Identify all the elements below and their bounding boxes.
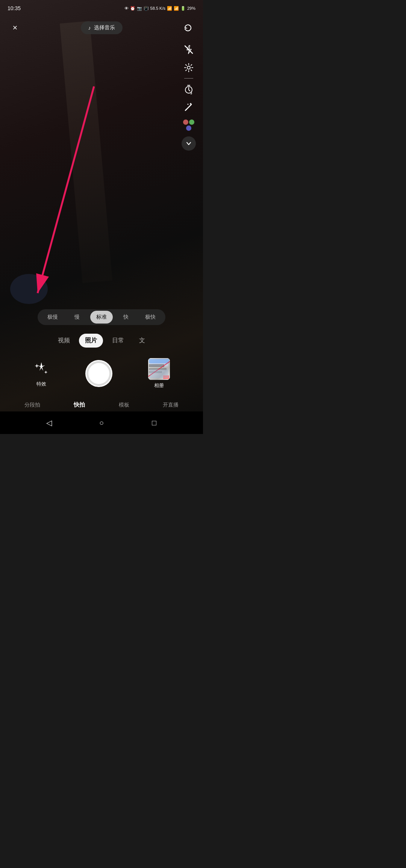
tab-daily[interactable]: 日常 <box>106 334 130 348</box>
camera-icon: 📷 <box>137 6 142 11</box>
eye-icon: 👁 <box>124 6 129 11</box>
effects-label: 特效 <box>36 381 46 387</box>
svg-line-5 <box>185 109 186 110</box>
sparkles-icon <box>33 360 50 378</box>
tab-video[interactable]: 视频 <box>52 334 76 348</box>
system-nav-bar: ◁ ○ □ <box>0 411 203 434</box>
speed-slow[interactable]: 慢 <box>68 311 86 324</box>
timer-button[interactable]: 3 <box>180 81 197 97</box>
bottom-nav: 分段拍 快拍 模板 开直播 <box>0 398 203 411</box>
shutter-inner <box>88 363 109 384</box>
speed-fast[interactable]: 快 <box>117 311 135 324</box>
svg-point-1 <box>187 66 190 69</box>
flash-off-button[interactable] <box>180 41 197 58</box>
album-label: 相册 <box>154 382 164 389</box>
refresh-icon <box>183 23 192 32</box>
right-sidebar: 3 ✦ ✦ <box>180 41 197 151</box>
battery-icon: 🔋 <box>180 6 186 11</box>
tab-photo[interactable]: 照片 <box>79 334 103 348</box>
mode-tabs: 视频 照片 日常 文 <box>0 334 203 348</box>
music-label: 选择音乐 <box>94 24 115 31</box>
wifi-icon: 📶 <box>167 6 172 11</box>
music-note-icon: ♪ <box>88 25 91 31</box>
network-speed: 58.5 K/s <box>150 6 165 11</box>
svg-text:✦: ✦ <box>187 103 189 106</box>
effects-button[interactable]: 特效 <box>33 360 50 387</box>
speed-very-slow[interactable]: 极慢 <box>41 311 64 324</box>
nav-quick-shot[interactable]: 快拍 <box>69 398 89 411</box>
home-button[interactable]: ○ <box>94 415 109 430</box>
status-icons: 👁 ⏰ 📷 📳 58.5 K/s 📶 📶 🔋 29% <box>124 6 195 11</box>
recents-button[interactable]: □ <box>147 415 162 430</box>
speed-selector: 极慢 慢 标准 快 极快 <box>38 309 165 325</box>
tab-text[interactable]: 文 <box>133 334 151 348</box>
svg-text:✦: ✦ <box>189 102 192 106</box>
signal-icon: 📶 <box>174 6 179 11</box>
back-button[interactable]: ◁ <box>41 415 56 430</box>
magic-wand-button[interactable]: ✦ ✦ <box>180 99 197 115</box>
status-bar: 10:35 👁 ⏰ 📷 📳 58.5 K/s 📶 📶 🔋 29% <box>0 0 203 17</box>
sidebar-divider <box>184 78 193 79</box>
top-bar: × ♪ 选择音乐 <box>0 17 203 39</box>
music-select-button[interactable]: ♪ 选择音乐 <box>81 21 123 34</box>
bottom-controls: 特效 相册 <box>0 358 203 389</box>
settings-button[interactable] <box>180 59 197 76</box>
color-filter-button[interactable] <box>180 117 197 133</box>
more-options-button[interactable] <box>182 136 196 151</box>
svg-text:3: 3 <box>190 91 192 94</box>
refresh-button[interactable] <box>180 20 195 35</box>
alarm-icon: ⏰ <box>130 6 135 11</box>
battery-percent: 29% <box>187 6 195 11</box>
vibrate-icon: 📳 <box>144 6 149 11</box>
album-thumbnail <box>148 358 170 380</box>
shutter-button[interactable] <box>85 360 112 387</box>
speed-very-fast[interactable]: 极快 <box>139 311 162 324</box>
close-button[interactable]: × <box>8 20 23 35</box>
album-button[interactable]: 相册 <box>148 358 170 389</box>
status-time: 10:35 <box>8 5 21 11</box>
speed-normal[interactable]: 标准 <box>90 311 113 324</box>
nav-live[interactable]: 开直播 <box>158 399 183 411</box>
nav-segmented[interactable]: 分段拍 <box>20 399 45 411</box>
nav-template[interactable]: 模板 <box>114 399 134 411</box>
